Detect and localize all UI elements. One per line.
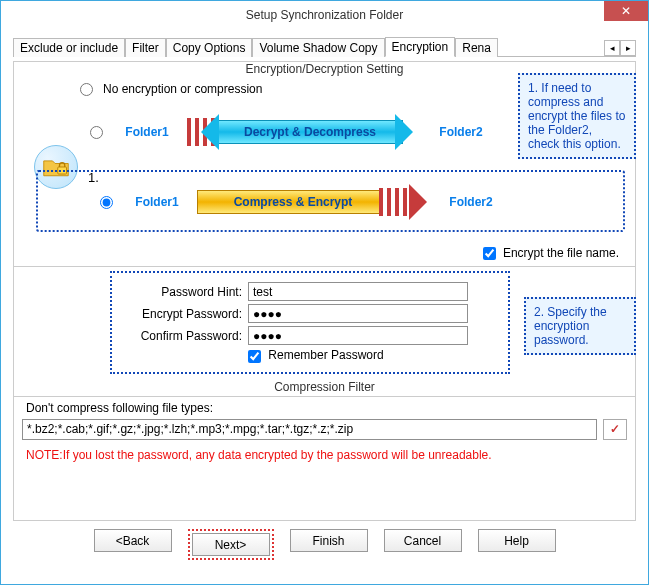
decrypt-arrow-label: Decrypt & Decompress xyxy=(244,125,376,139)
tab-rename[interactable]: Rena xyxy=(455,38,498,57)
finish-button[interactable]: Finish xyxy=(290,529,368,552)
password-warning-note: NOTE:If you lost the password, any data … xyxy=(26,448,623,462)
callout-2: 2. Specify the encryption password. xyxy=(524,297,636,355)
encrypt-filename-checkbox[interactable] xyxy=(483,247,496,260)
window-title: Setup Synchronization Folder xyxy=(246,8,403,22)
chevron-left-icon: ◂ xyxy=(610,43,615,53)
encrypt-password-label: Encrypt Password: xyxy=(118,307,248,321)
tab-volume-shadow[interactable]: Volume Shadow Copy xyxy=(252,38,384,57)
password-box: Password Hint: Encrypt Password: Confirm… xyxy=(110,271,510,373)
radio-no-encryption[interactable] xyxy=(80,83,93,96)
wizard-button-bar: <Back Next> Finish Cancel Help xyxy=(13,521,636,568)
compress-folder1-label: Folder1 xyxy=(127,195,187,209)
tab-encryption[interactable]: Encryption xyxy=(385,37,456,57)
tab-copy-options[interactable]: Copy Options xyxy=(166,38,253,57)
radio-no-encryption-label: No encryption or compression xyxy=(103,82,262,96)
compress-arrow: Compress & Encrypt xyxy=(197,188,407,216)
chevron-right-icon: ▸ xyxy=(626,43,631,53)
remember-password-wrap[interactable]: Remember Password xyxy=(248,348,384,362)
compress-filter-input[interactable] xyxy=(22,419,597,440)
password-hint-input[interactable] xyxy=(248,282,468,301)
radio-compress-encrypt[interactable] xyxy=(100,196,113,209)
compress-arrow-label: Compress & Encrypt xyxy=(234,195,353,209)
decrypt-arrow: Decrypt & Decompress xyxy=(187,118,397,146)
decrypt-folder2-label: Folder2 xyxy=(431,125,491,139)
decrypt-folder1-label: Folder1 xyxy=(117,125,177,139)
encrypt-filename-label-wrap[interactable]: Encrypt the file name. xyxy=(483,246,619,260)
next-button-highlight: Next> xyxy=(188,529,274,560)
callout-1: 1. If need to compress and encrypt the f… xyxy=(518,73,636,159)
remember-password-checkbox[interactable] xyxy=(248,350,261,363)
close-button[interactable]: ✕ xyxy=(604,1,648,21)
close-icon: ✕ xyxy=(621,4,631,18)
check-icon: ✓ xyxy=(610,422,620,436)
cancel-button[interactable]: Cancel xyxy=(384,529,462,552)
step-1-marker: 1. xyxy=(88,170,99,185)
remember-password-label: Remember Password xyxy=(268,348,383,362)
tabstrip: Exclude or include Filter Copy Options V… xyxy=(13,35,636,57)
tab-scroll-right[interactable]: ▸ xyxy=(620,40,636,56)
encrypt-password-input[interactable] xyxy=(248,304,468,323)
tab-filter[interactable]: Filter xyxy=(125,38,166,57)
next-button[interactable]: Next> xyxy=(192,533,270,556)
radio-decrypt[interactable] xyxy=(90,126,103,139)
encrypt-filename-label: Encrypt the file name. xyxy=(503,246,619,260)
confirm-password-input[interactable] xyxy=(248,326,468,345)
compression-caption: Compression Filter xyxy=(20,380,629,394)
password-hint-label: Password Hint: xyxy=(118,285,248,299)
apply-filter-button[interactable]: ✓ xyxy=(603,419,627,440)
titlebar: Setup Synchronization Folder ✕ xyxy=(1,1,648,29)
compress-filter-label: Don't compress following file types: xyxy=(26,401,623,415)
tab-exclude-include[interactable]: Exclude or include xyxy=(13,38,125,57)
back-button[interactable]: <Back xyxy=(94,529,172,552)
compress-option-box: 1. Folder1 Compress & Encrypt Folder2 xyxy=(36,170,625,232)
confirm-password-label: Confirm Password: xyxy=(118,329,248,343)
compress-folder2-label: Folder2 xyxy=(441,195,501,209)
help-button[interactable]: Help xyxy=(478,529,556,552)
tab-scroll-left[interactable]: ◂ xyxy=(604,40,620,56)
